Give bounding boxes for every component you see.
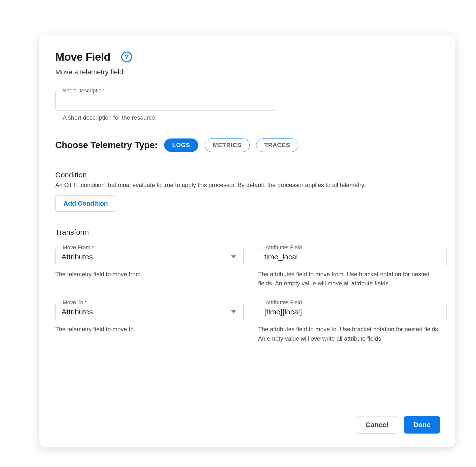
short-description-input[interactable] [55,91,276,111]
move-from-label: Move From * [61,244,96,251]
attr-from-label: Attributes Field [264,244,304,251]
attr-from-helper: The attributes field to move from. Use b… [258,270,446,288]
help-icon[interactable]: ? [121,52,132,62]
move-to-field: Move To * Attributes [55,303,244,321]
attr-to-label: Attributes Field [264,299,304,306]
move-from-value: Attributes [61,253,93,261]
move-from-col: Move From * Attributes The telemetry fie… [55,248,244,288]
transform-title: Transform [55,228,439,236]
short-description-helper: A short description for the resource [63,114,439,121]
move-to-value: Attributes [61,308,93,316]
move-to-helper: The telemetry field to move to. [55,325,244,334]
telemetry-type-row: Choose Telemetry Type: LOGS METRICS TRAC… [55,138,439,152]
dialog-title: Move Field [55,51,110,63]
help-icon-glyph: ? [125,53,129,61]
short-description-label: Short Description [61,87,107,94]
dialog-header: Move Field ? [55,51,439,63]
cancel-button[interactable]: Cancel [356,416,398,434]
attr-to-helper: The attributes field to move to. Use bra… [258,325,446,343]
attr-from-field: Attributes Field [258,248,446,266]
chevron-down-icon [231,310,236,313]
attr-to-col: Attributes Field The attributes field to… [258,303,446,343]
done-button[interactable]: Done [404,416,440,434]
transform-grid: Move From * Attributes The telemetry fie… [55,248,439,343]
move-to-label: Move To * [61,299,89,306]
move-to-col: Move To * Attributes The telemetry field… [55,303,244,343]
telemetry-pill-traces[interactable]: TRACES [256,138,298,152]
condition-description: An OTTL condition that must evaluate to … [55,182,439,189]
chevron-down-icon [231,255,236,258]
add-condition-button[interactable]: Add Condition [55,195,116,212]
short-description-field: Short Description A short description fo… [55,91,439,121]
telemetry-pill-metrics[interactable]: METRICS [205,138,250,152]
attr-to-field: Attributes Field [258,303,446,321]
attr-from-col: Attributes Field The attributes field to… [258,248,446,288]
condition-title: Condition [55,171,439,179]
telemetry-type-label: Choose Telemetry Type: [55,140,158,150]
move-from-field: Move From * Attributes [55,248,244,266]
condition-section: Condition An OTTL condition that must ev… [55,171,439,212]
move-from-helper: The telemetry field to move from. [55,270,244,279]
dialog-subtitle: Move a telemetry field. [55,68,439,76]
move-field-dialog: Move Field ? Move a telemetry field. Sho… [39,35,455,447]
telemetry-pill-logs[interactable]: LOGS [164,138,198,152]
transform-section: Transform Move From * Attributes The tel… [55,228,439,343]
dialog-footer: Cancel Done [356,416,440,434]
